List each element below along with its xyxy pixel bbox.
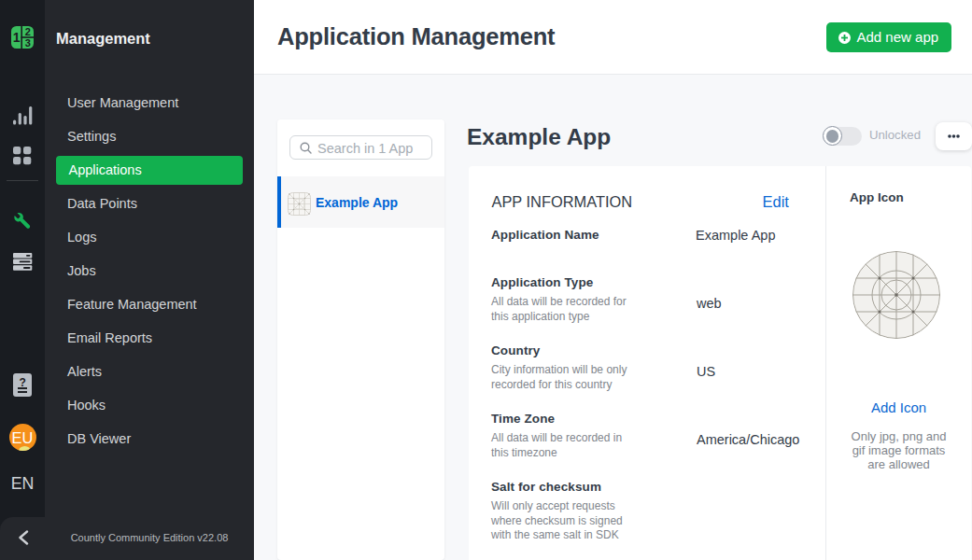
svg-text:1: 1	[13, 30, 21, 45]
svg-text:3: 3	[25, 37, 31, 49]
svg-text:2: 2	[25, 26, 31, 37]
